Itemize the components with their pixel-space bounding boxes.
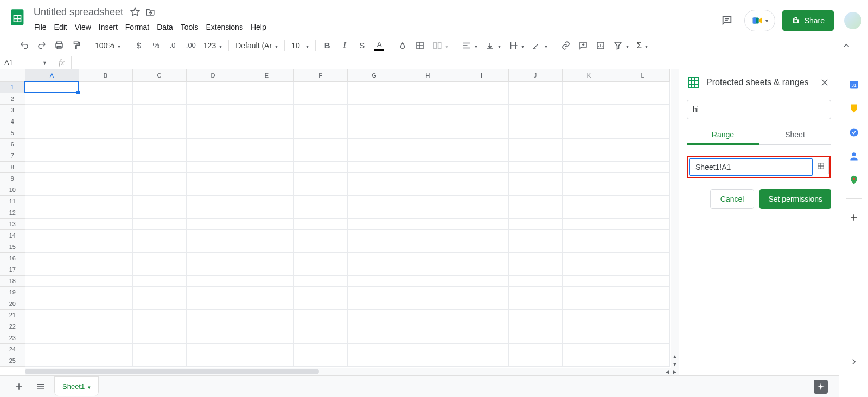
- number-format-select[interactable]: 123: [200, 37, 225, 54]
- cell[interactable]: [347, 138, 401, 150]
- cell[interactable]: [186, 332, 240, 343]
- account-avatar[interactable]: [844, 12, 861, 29]
- cell[interactable]: [455, 127, 508, 138]
- cell[interactable]: [455, 161, 508, 172]
- cell[interactable]: [132, 184, 186, 195]
- cell[interactable]: [240, 275, 293, 286]
- cell[interactable]: [401, 93, 455, 104]
- row-header[interactable]: 14: [0, 229, 25, 241]
- cell[interactable]: [293, 207, 347, 218]
- cell[interactable]: [562, 321, 616, 332]
- cell[interactable]: [293, 309, 347, 321]
- cell[interactable]: [25, 309, 79, 321]
- cell[interactable]: [455, 298, 508, 309]
- italic-icon[interactable]: I: [336, 37, 353, 54]
- cell[interactable]: [79, 116, 132, 127]
- row-header[interactable]: 13: [0, 218, 25, 229]
- cell[interactable]: [25, 116, 79, 127]
- cell[interactable]: [508, 172, 562, 184]
- description-input[interactable]: [687, 100, 831, 119]
- cell[interactable]: [347, 104, 401, 116]
- col-header[interactable]: C: [132, 69, 186, 81]
- borders-icon[interactable]: [412, 37, 428, 54]
- select-range-icon[interactable]: [813, 158, 829, 174]
- cell[interactable]: [347, 127, 401, 138]
- increase-decimal-icon[interactable]: .00: [183, 37, 199, 54]
- cell[interactable]: [79, 195, 132, 207]
- cell[interactable]: [347, 218, 401, 229]
- cell[interactable]: [455, 104, 508, 116]
- col-header[interactable]: B: [79, 69, 132, 81]
- cell[interactable]: [240, 93, 293, 104]
- cell[interactable]: [79, 229, 132, 241]
- cell[interactable]: [455, 207, 508, 218]
- cell[interactable]: [79, 161, 132, 172]
- row-header[interactable]: 7: [0, 150, 25, 161]
- cell[interactable]: [401, 161, 455, 172]
- cell[interactable]: [293, 127, 347, 138]
- cell[interactable]: [186, 127, 240, 138]
- row-header[interactable]: 3: [0, 104, 25, 116]
- cell[interactable]: [240, 172, 293, 184]
- cell[interactable]: [562, 207, 616, 218]
- cell[interactable]: [240, 218, 293, 229]
- cell[interactable]: [293, 81, 347, 93]
- share-button[interactable]: Share: [782, 10, 834, 31]
- col-header[interactable]: G: [347, 69, 401, 81]
- cell[interactable]: [616, 161, 669, 172]
- cell[interactable]: [25, 81, 79, 93]
- text-color-icon[interactable]: A: [371, 37, 387, 54]
- cell[interactable]: [347, 252, 401, 264]
- rail-collapse-icon[interactable]: [846, 354, 862, 370]
- row-header[interactable]: 2: [0, 93, 25, 104]
- cell[interactable]: [25, 332, 79, 343]
- row-header[interactable]: 17: [0, 264, 25, 275]
- row-header[interactable]: 6: [0, 138, 25, 150]
- row-header[interactable]: 23: [0, 332, 25, 343]
- cell[interactable]: [79, 127, 132, 138]
- cell[interactable]: [25, 161, 79, 172]
- print-icon[interactable]: [51, 37, 67, 54]
- cell[interactable]: [401, 138, 455, 150]
- cell[interactable]: [186, 172, 240, 184]
- cell[interactable]: [240, 127, 293, 138]
- cell[interactable]: [455, 93, 508, 104]
- strike-icon[interactable]: S: [354, 37, 370, 54]
- cell[interactable]: [347, 150, 401, 161]
- cell[interactable]: [508, 161, 562, 172]
- cell[interactable]: [401, 264, 455, 275]
- filter-icon[interactable]: [610, 37, 632, 54]
- cell[interactable]: [616, 104, 669, 116]
- row-header[interactable]: 25: [0, 355, 25, 366]
- cell[interactable]: [132, 355, 186, 366]
- link-icon[interactable]: [558, 37, 574, 54]
- cell[interactable]: [132, 161, 186, 172]
- cell[interactable]: [455, 195, 508, 207]
- cell[interactable]: [240, 264, 293, 275]
- col-header[interactable]: A: [25, 69, 79, 81]
- cell[interactable]: [616, 332, 669, 343]
- cell[interactable]: [401, 286, 455, 298]
- formula-input[interactable]: [72, 56, 868, 69]
- cell[interactable]: [132, 116, 186, 127]
- cell[interactable]: [132, 286, 186, 298]
- cell[interactable]: [240, 286, 293, 298]
- percent-icon[interactable]: %: [148, 37, 164, 54]
- cell[interactable]: [240, 355, 293, 366]
- cell[interactable]: [240, 343, 293, 355]
- cell[interactable]: [401, 343, 455, 355]
- cell[interactable]: [132, 241, 186, 252]
- cell[interactable]: [347, 195, 401, 207]
- cell[interactable]: [508, 207, 562, 218]
- cell[interactable]: [401, 309, 455, 321]
- all-sheets-icon[interactable]: [33, 379, 49, 395]
- cell[interactable]: [186, 298, 240, 309]
- row-header[interactable]: 4: [0, 116, 25, 127]
- cell[interactable]: [25, 343, 79, 355]
- cell[interactable]: [347, 298, 401, 309]
- row-header[interactable]: 9: [0, 172, 25, 184]
- cell[interactable]: [562, 343, 616, 355]
- cell[interactable]: [401, 298, 455, 309]
- cell[interactable]: [186, 207, 240, 218]
- cell[interactable]: [562, 252, 616, 264]
